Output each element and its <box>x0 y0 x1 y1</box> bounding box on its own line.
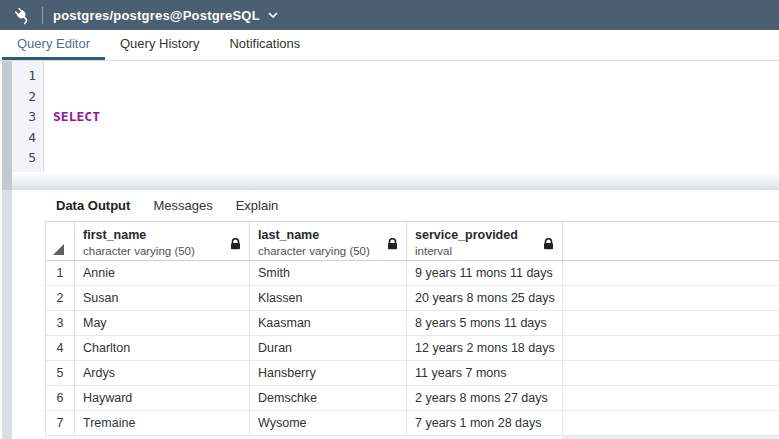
row-number[interactable]: 7 <box>45 411 75 435</box>
row-number[interactable]: 6 <box>45 386 75 410</box>
chevron-down-icon <box>268 12 278 18</box>
table-row: 3 May Kaasman 8 years 5 mons 11 days <box>45 311 779 336</box>
line-number: 2 <box>12 87 36 108</box>
line-number: 3 <box>12 107 36 128</box>
table-row: 4 Charlton Duran 12 years 2 mons 18 days <box>45 336 779 361</box>
line-number: 1 <box>12 66 36 87</box>
cell-last-name[interactable]: Duran <box>250 336 407 360</box>
cell-last-name[interactable]: Smith <box>250 261 407 285</box>
cell-service-provided[interactable]: 9 years 11 mons 11 days <box>407 261 563 285</box>
lock-icon <box>230 236 241 254</box>
table-row: 7 Tremaine Wysome 7 years 1 mon 28 days <box>45 411 779 436</box>
cell-first-name[interactable]: Ardys <box>75 361 250 385</box>
tab-query-editor[interactable]: Query Editor <box>2 30 105 60</box>
main-tab-bar: Query Editor Query History Notifications <box>0 30 779 61</box>
cell-first-name[interactable]: Annie <box>75 261 250 285</box>
cell-last-name[interactable]: Hansberry <box>250 361 407 385</box>
grid-header-row: first_name character varying (50) last_n… <box>45 221 779 261</box>
data-grid: first_name character varying (50) last_n… <box>45 221 779 439</box>
row-number[interactable]: 4 <box>45 336 75 360</box>
scrollbar-thumb[interactable] <box>2 61 12 190</box>
select-all-corner[interactable] <box>45 222 75 260</box>
column-header-last-name[interactable]: last_name character varying (50) <box>250 222 407 260</box>
cell-service-provided[interactable]: 12 years 2 mons 18 days <box>407 336 563 360</box>
cell-first-name[interactable]: Susan <box>75 286 250 310</box>
column-header-service-provided[interactable]: service_provided interval <box>407 222 563 260</box>
titlebar-divider <box>42 7 43 24</box>
editor-gutter: 1 2 3 4 5 <box>12 61 44 172</box>
cell-last-name[interactable]: Demschke <box>250 386 407 410</box>
lock-icon <box>387 236 398 254</box>
cell-first-name[interactable]: May <box>75 311 250 335</box>
tab-notifications[interactable]: Notifications <box>214 30 315 60</box>
row-number[interactable]: 5 <box>45 361 75 385</box>
table-row: 1 Annie Smith 9 years 11 mons 11 days <box>45 261 779 286</box>
connection-plug-icon <box>13 6 32 25</box>
connection-selector[interactable]: postgres/postgres@PostgreSQL <box>53 8 278 23</box>
sql-editor[interactable]: 1 2 3 4 5 SELECT first_name, last_name, … <box>12 61 779 172</box>
table-row: 2 Susan Klassen 20 years 8 mons 25 days <box>45 286 779 311</box>
tab-query-history[interactable]: Query History <box>105 30 214 60</box>
results-tab-explain[interactable]: Explain <box>236 198 279 213</box>
cell-first-name[interactable]: Tremaine <box>75 411 250 435</box>
code-area[interactable]: SELECT first_name, last_name, AGE(hire_d… <box>44 61 779 172</box>
table-row: 6 Hayward Demschke 2 years 8 mons 27 day… <box>45 386 779 411</box>
results-tab-messages[interactable]: Messages <box>153 198 212 213</box>
results-tab-data-output[interactable]: Data Output <box>56 198 130 213</box>
cell-first-name[interactable]: Charlton <box>75 336 250 360</box>
column-header-first-name[interactable]: first_name character varying (50) <box>75 222 250 260</box>
cell-last-name[interactable]: Kaasman <box>250 311 407 335</box>
lock-icon <box>543 236 554 254</box>
code-line: SELECT <box>53 107 779 128</box>
cell-last-name[interactable]: Klassen <box>250 286 407 310</box>
cell-service-provided[interactable]: 8 years 5 mons 11 days <box>407 311 563 335</box>
row-number[interactable]: 3 <box>45 311 75 335</box>
connection-label: postgres/postgres@PostgreSQL <box>53 8 260 23</box>
row-number[interactable]: 2 <box>45 286 75 310</box>
cell-first-name[interactable]: Hayward <box>75 386 250 410</box>
row-number[interactable]: 1 <box>45 261 75 285</box>
connection-bar: postgres/postgres@PostgreSQL <box>0 0 779 30</box>
results-panel: Data Output Messages Explain first_name … <box>12 190 779 439</box>
editor-results-divider <box>12 172 779 190</box>
cell-service-provided[interactable]: 2 years 8 mons 27 days <box>407 386 563 410</box>
cell-service-provided[interactable]: 11 years 7 mons <box>407 361 563 385</box>
line-number: 4 <box>12 128 36 149</box>
results-tab-bar: Data Output Messages Explain <box>12 190 779 221</box>
select-all-triangle-icon <box>53 244 64 255</box>
cell-last-name[interactable]: Wysome <box>250 411 407 435</box>
line-number: 5 <box>12 148 36 169</box>
cell-service-provided[interactable]: 20 years 8 mons 25 days <box>407 286 563 310</box>
cell-service-provided[interactable]: 7 years 1 mon 28 days <box>407 411 563 435</box>
scrollbar-track <box>2 61 12 439</box>
table-row: 5 Ardys Hansberry 11 years 7 mons <box>45 361 779 386</box>
